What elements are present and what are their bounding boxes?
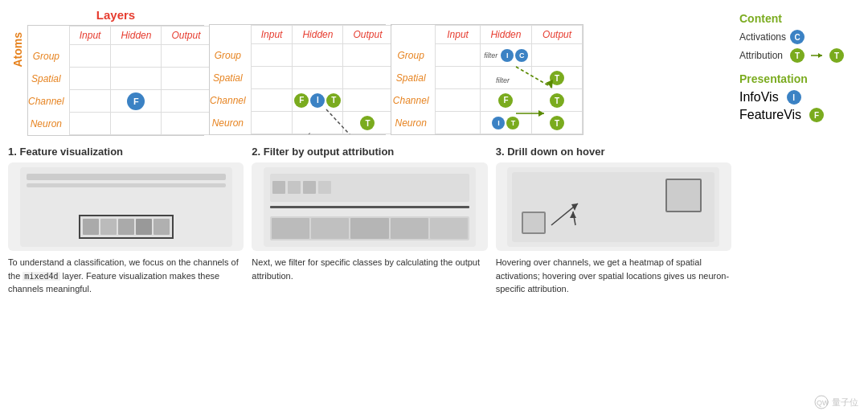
cell-d1-spatial-hidden: [111, 68, 162, 90]
col-hidden-2: Hidden: [293, 26, 343, 44]
node-F-2: F: [294, 93, 309, 108]
cell-d2-channel-output: [343, 89, 392, 112]
row-group-1: Group: [28, 45, 69, 68]
legend-infovis: InfoVis I: [739, 90, 860, 105]
legend-attribution-label: Attribution: [739, 50, 783, 61]
step-2-image: [252, 162, 487, 251]
legend-T-start: T: [790, 48, 805, 63]
row-channel-2: Channel: [210, 89, 251, 112]
presentation-legend-title: Presentation: [739, 72, 860, 85]
legend-F-badge: F: [809, 108, 824, 122]
step-1-image: [8, 162, 244, 251]
cell-d1-channel-output: [162, 90, 211, 113]
row-spatial-3: Spatial: [391, 67, 436, 89]
col-input-1: Input: [69, 27, 111, 45]
col-output-1: Output: [162, 27, 211, 45]
cell-d1-neuron-input: [69, 113, 111, 135]
cell-d2-channel-hidden: F I T: [293, 89, 343, 112]
cell-d3-spatial-hidden: [480, 67, 531, 89]
legend-infovis-label: InfoVis: [739, 90, 779, 105]
node-T-3-neuron-out: T: [550, 116, 564, 130]
legend-activations: Activations C: [739, 30, 860, 44]
step-2: 2. Filter by output attribution: [252, 146, 487, 296]
step-3: 3. Drill down on hover: [496, 146, 731, 296]
legend-featurevis: FeatureVis F: [739, 108, 860, 122]
layers-title: Layers: [27, 8, 204, 22]
step-1: 1. Feature visualization: [8, 146, 244, 296]
cell-d1-channel-input: [69, 90, 111, 113]
row-neuron-3: Neuron: [391, 112, 436, 134]
svg-text:QW: QW: [817, 399, 829, 407]
cell-d1-spatial-input: [69, 68, 111, 90]
cell-d1-neuron-output: [162, 113, 211, 135]
cell-d1-group-input: [69, 45, 111, 68]
cell-d1-channel-hidden: F: [111, 90, 162, 113]
cell-d3-channel-output: T: [532, 89, 583, 112]
node-T-2: T: [326, 93, 341, 108]
watermark-text: 量子位: [832, 396, 858, 409]
diagram-2: Input Hidden Output Group: [209, 8, 386, 135]
cell-d2-group-input: [251, 44, 293, 67]
step-2-title: 2. Filter by output attribution: [252, 146, 487, 158]
right-panel: Content Activations C Attribution T T Pr…: [731, 8, 860, 411]
node-T-3-spatial: T: [550, 71, 564, 85]
col-output-3: Output: [532, 26, 583, 44]
cell-d2-group-hidden: [293, 44, 343, 67]
node-T-output-2: T: [360, 116, 375, 130]
cell-d2-neuron-output: T: [343, 112, 392, 134]
node-F-1: F: [127, 92, 145, 110]
step-3-image: [496, 162, 731, 251]
cell-d3-neuron-output: T: [532, 112, 583, 134]
diagram-1: Layers Input Hidden Output: [27, 8, 204, 136]
cell-d3-channel-hidden: F: [480, 89, 531, 112]
col-output-2: Output: [343, 26, 392, 44]
cell-d2-spatial-hidden: [293, 67, 343, 89]
cell-d2-channel-input: [251, 89, 293, 112]
cell-d3-spatial-input: [436, 67, 480, 89]
node-F-3: F: [498, 93, 513, 108]
cell-d3-group-input: [436, 44, 480, 67]
legend-activations-label: Activations: [739, 31, 786, 43]
cell-d2-group-output: [343, 44, 392, 67]
cell-d3-spatial-output: T: [532, 67, 583, 89]
node-C-3-group: C: [515, 49, 528, 62]
step-1-text: To understand a classification, we focus…: [8, 256, 244, 296]
cell-d2-spatial-input: [251, 67, 293, 89]
cell-d3-group-hidden: filter I C: [480, 44, 531, 67]
cell-d3-group-output: [532, 44, 583, 67]
col-input-2: Input: [251, 26, 293, 44]
cell-d2-neuron-hidden: [293, 112, 343, 134]
row-spatial-2: Spatial: [210, 67, 251, 89]
col-hidden-3: Hidden: [480, 26, 531, 44]
row-channel-3: Channel: [391, 89, 436, 112]
cell-d1-spatial-output: [162, 68, 211, 90]
atoms-label: Atoms: [8, 32, 27, 68]
cell-d2-spatial-output: [343, 67, 392, 89]
presentation-section: Presentation InfoVis I FeatureVis F: [739, 72, 860, 122]
row-spatial-1: Spatial: [28, 68, 69, 90]
steps-row: 1. Feature visualization: [8, 146, 731, 296]
step-3-text: Hovering over channels, we get a heatmap…: [496, 256, 731, 296]
cell-d3-neuron-input: [436, 112, 480, 134]
row-group-3: Group: [391, 44, 436, 67]
cell-d1-neuron-hidden: [111, 113, 162, 135]
legend-C-badge: C: [790, 30, 805, 44]
node-I-2: I: [310, 93, 325, 108]
node-T-3-channel: T: [550, 93, 564, 108]
watermark: QW 量子位: [814, 395, 858, 409]
legend-I-badge: I: [787, 90, 801, 105]
cell-d1-group-hidden: [111, 45, 162, 68]
legend-T-end: T: [829, 48, 844, 63]
row-neuron-2: Neuron: [210, 112, 251, 134]
col-input-3: Input: [436, 26, 480, 44]
node-I-3-neuron: I: [492, 117, 505, 129]
diagram-3: Input Hidden Output Group: [391, 8, 583, 135]
step-1-title: 1. Feature visualization: [8, 146, 244, 158]
node-I-3-group: I: [501, 49, 514, 62]
step-3-title: 3. Drill down on hover: [496, 146, 731, 158]
row-neuron-1: Neuron: [28, 113, 69, 135]
row-group-2: Group: [210, 44, 251, 67]
svg-marker-17: [818, 53, 822, 58]
content-legend-title: Content: [739, 12, 860, 25]
node-T-3-neuron: T: [506, 117, 519, 129]
